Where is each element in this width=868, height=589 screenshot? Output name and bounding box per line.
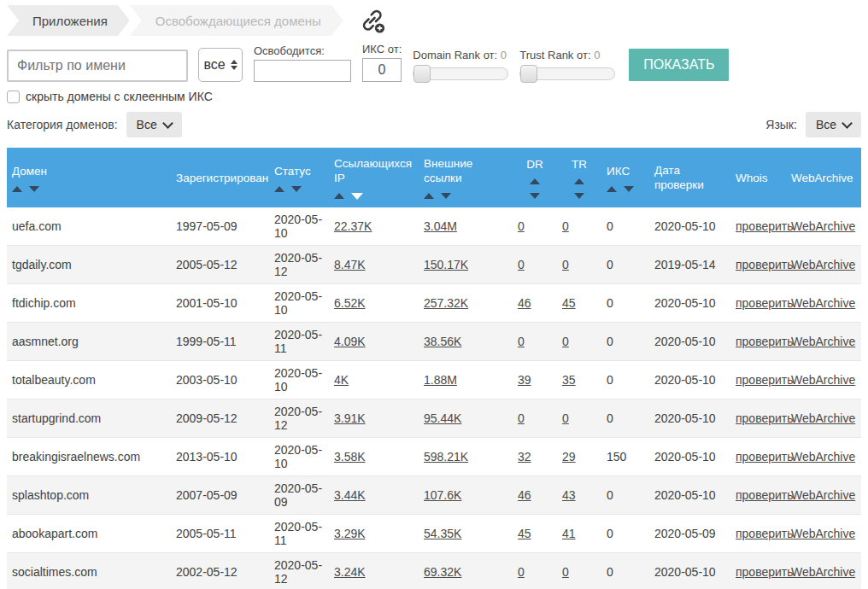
whois-check-link[interactable]: проверить [736,296,794,310]
tr-link[interactable]: 45 [562,296,576,310]
col-header-whois[interactable]: Whois [730,148,786,207]
link-plus-icon[interactable] [359,7,386,34]
external-links-link[interactable]: 54.35K [424,527,461,540]
tr-link[interactable]: 35 [562,373,576,387]
webarchive-link[interactable]: WebArchive [791,411,855,425]
external-links-link[interactable]: 257.32K [424,296,468,310]
tr-link[interactable]: 0 [562,335,569,348]
category-select[interactable]: Все [126,112,182,137]
breadcrumb-item-apps[interactable]: Приложения [7,5,130,36]
dr-link[interactable]: 0 [518,219,525,233]
dr-link[interactable]: 46 [518,488,531,502]
domain-cell: aasmnet.org [7,323,171,361]
col-header-webarchive[interactable]: WebArchive [786,148,861,207]
col-header-domain[interactable]: Домен [7,148,171,207]
tr-link[interactable]: 29 [562,450,576,464]
webarchive-link[interactable]: WebArchive [791,296,855,310]
dr-link[interactable]: 0 [518,335,525,348]
referring-ip-cell: 3.44K [329,476,419,515]
hide-glued-row: скрыть домены с склеенным ИКС [0,90,868,103]
tr-cell: 0 [557,399,601,438]
iks-cell: 0 [601,361,649,399]
sort-asc-icon [607,186,617,192]
show-button[interactable]: ПОКАЗАТЬ [629,49,729,81]
col-header-external-links[interactable]: Внешние ссылки [419,148,513,207]
breadcrumb-item-expiring-domains[interactable]: Освобождающиеся домены [130,5,343,36]
referring-ip-link[interactable]: 3.91K [334,411,366,425]
tr-link[interactable]: 43 [562,488,576,502]
dr-link[interactable]: 32 [518,450,531,464]
tr-cell: 0 [557,207,601,246]
external-links-link[interactable]: 598.21K [424,450,468,464]
external-links-link[interactable]: 69.32K [424,565,461,579]
referring-ip-link[interactable]: 4.09K [334,335,366,348]
webarchive-link[interactable]: WebArchive [791,258,855,271]
tr-link[interactable]: 41 [562,527,576,540]
referring-ip-link[interactable]: 8.47K [334,258,366,271]
release-date-input[interactable] [254,60,351,82]
external-links-link[interactable]: 38.56K [424,335,461,348]
webarchive-link[interactable]: WebArchive [791,219,855,233]
external-links-link[interactable]: 1.88M [424,373,457,387]
referring-ip-link[interactable]: 3.24K [334,565,366,579]
tr-link[interactable]: 0 [562,219,569,233]
col-header-tr[interactable]: TR [557,148,601,207]
whois-check-link[interactable]: проверить [736,373,794,387]
language-select[interactable]: Все [806,112,861,137]
whois-check-link[interactable]: проверить [736,488,794,502]
referring-ip-link[interactable]: 3.58K [334,450,366,464]
tr-link[interactable]: 0 [562,258,569,271]
chevron-down-icon [162,118,173,129]
breadcrumb-label: Приложения [32,14,108,28]
referring-ip-link[interactable]: 6.52K [334,296,366,310]
domain-rank-slider-handle[interactable] [413,65,431,83]
hide-glued-checkbox[interactable] [7,90,20,103]
referring-ip-link[interactable]: 3.44K [334,488,366,502]
dr-link[interactable]: 0 [518,411,525,425]
whois-check-link[interactable]: проверить [736,411,794,425]
webarchive-link[interactable]: WebArchive [791,488,855,502]
dr-link[interactable]: 45 [518,527,531,540]
iks-from-input[interactable] [362,58,402,82]
whois-check-link[interactable]: проверить [736,527,794,540]
external-links-cell: 107.6K [419,476,513,515]
dr-link[interactable]: 46 [518,296,531,310]
webarchive-link[interactable]: WebArchive [791,565,855,579]
webarchive-link[interactable]: WebArchive [791,450,855,464]
col-header-referring-ip[interactable]: Ссылающихся IP [329,148,419,207]
domain-rank-slider[interactable] [413,67,508,80]
dr-link[interactable]: 39 [518,373,531,387]
col-header-check-date[interactable]: Дата проверки [649,148,730,207]
tr-link[interactable]: 0 [562,411,569,425]
referring-ip-link[interactable]: 3.29K [334,527,366,540]
whois-check-link[interactable]: проверить [736,450,794,464]
whois-check-link[interactable]: проверить [736,565,794,579]
webarchive-link[interactable]: WebArchive [791,373,855,387]
external-links-link[interactable]: 107.6K [424,488,461,502]
dr-link[interactable]: 0 [518,565,525,579]
name-filter-input[interactable] [7,50,188,82]
webarchive-link[interactable]: WebArchive [791,527,855,540]
whois-check-link[interactable]: проверить [736,258,794,271]
col-header-dr[interactable]: DR [513,148,557,207]
trust-rank-slider[interactable] [519,67,615,80]
external-links-link[interactable]: 3.04M [424,219,457,233]
col-header-iks[interactable]: ИКС [601,148,649,207]
col-header-registered[interactable]: Зарегистрирован [171,148,269,207]
sort-asc-icon [424,193,434,199]
whois-check-link[interactable]: проверить [736,335,794,348]
webarchive-link[interactable]: WebArchive [791,335,855,348]
dr-cell: 46 [513,476,557,515]
referring-ip-link[interactable]: 22.37K [334,219,372,233]
dr-link[interactable]: 0 [518,258,525,271]
external-links-link[interactable]: 150.17K [424,258,468,271]
referring-ip-link[interactable]: 4K [334,373,349,387]
tr-link[interactable]: 0 [562,565,569,579]
iks-cell: 0 [601,284,649,323]
zone-select[interactable]: все [198,48,243,82]
external-links-link[interactable]: 95.44K [424,411,461,425]
trust-rank-slider-handle[interactable] [520,65,537,83]
whois-check-link[interactable]: проверить [736,219,794,233]
tr-cell: 0 [557,323,601,361]
col-header-status[interactable]: Статус [269,148,329,207]
